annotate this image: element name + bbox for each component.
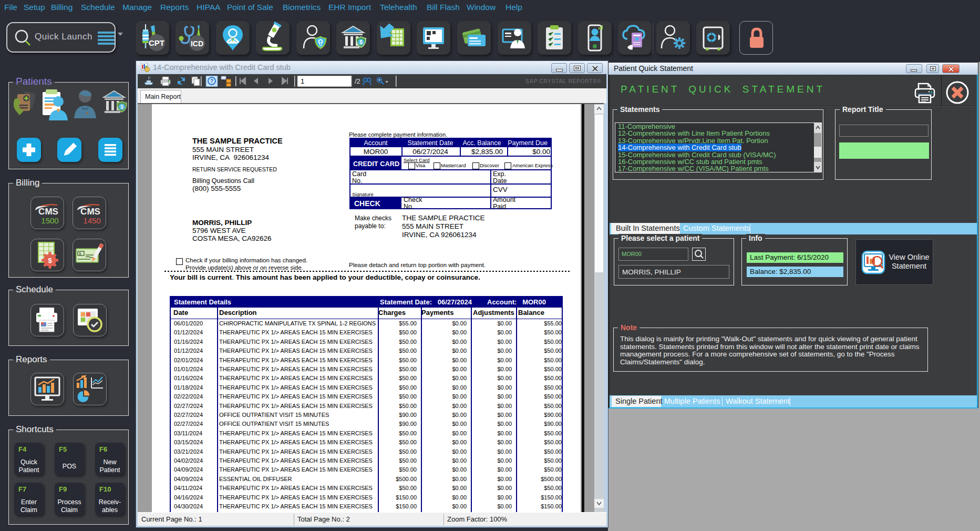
svg-text:1500: 1500 [41, 216, 58, 225]
svg-text:/2: /2 [355, 77, 360, 85]
svg-text:CMS: CMS [80, 207, 100, 217]
svg-text:?: ? [210, 78, 213, 84]
svg-text:$: $ [48, 257, 52, 264]
svg-text:1450: 1450 [83, 216, 100, 225]
svg-text:CMS: CMS [38, 207, 58, 217]
svg-text:$: $ [359, 39, 363, 45]
svg-text:1: 1 [301, 77, 304, 85]
svg-text:CPT: CPT [149, 38, 164, 47]
svg-text:$: $ [79, 251, 81, 256]
svg-text:ICD: ICD [191, 39, 203, 48]
svg-text:$: $ [120, 104, 123, 110]
